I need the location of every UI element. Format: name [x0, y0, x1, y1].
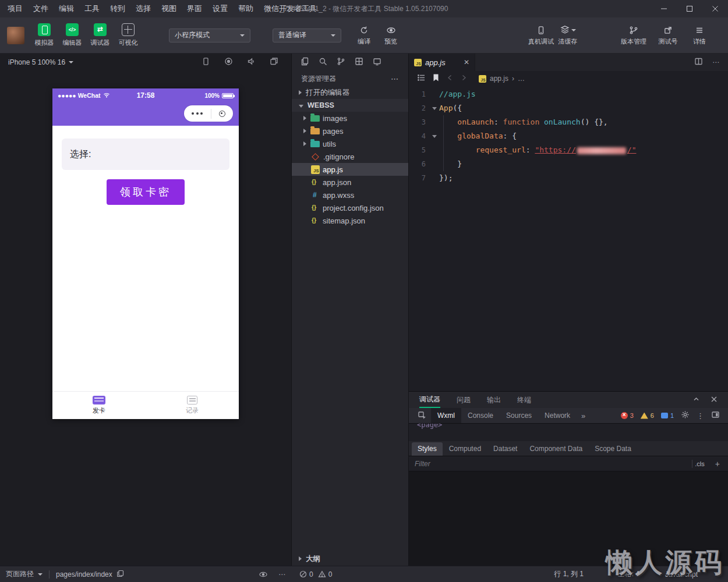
claim-card-button[interactable]: 领取卡密: [107, 179, 185, 205]
more-options-icon[interactable]: ⋯: [712, 58, 720, 66]
minimize-button[interactable]: [651, 0, 677, 17]
outline-list-icon[interactable]: [417, 73, 426, 84]
close-button[interactable]: [702, 0, 728, 17]
record-icon[interactable]: [224, 57, 233, 68]
speaker-icon[interactable]: [247, 57, 256, 68]
multi-window-icon[interactable]: [270, 57, 278, 68]
navigate-back-icon[interactable]: [446, 74, 454, 83]
menu-help[interactable]: 帮助: [233, 0, 259, 17]
file-project-config[interactable]: project.config.json: [292, 201, 408, 214]
folder-pages[interactable]: pages: [292, 125, 408, 137]
file-sitemap[interactable]: sitemap.json: [292, 214, 408, 227]
menu-interface[interactable]: 界面: [182, 0, 207, 17]
tab-output[interactable]: 输出: [487, 392, 501, 408]
devtools-tab-console[interactable]: Console: [461, 408, 500, 423]
editor-tab-app-js[interactable]: app.js ✕: [409, 54, 475, 71]
file-app-js[interactable]: app.js: [292, 163, 408, 176]
project-root[interactable]: WEBSS: [292, 99, 408, 112]
add-style-button[interactable]: +: [713, 459, 722, 469]
bookmark-icon[interactable]: [432, 73, 440, 84]
dock-side-icon[interactable]: [711, 410, 720, 421]
eye-icon[interactable]: [259, 570, 268, 579]
layout-grid-icon[interactable]: [355, 57, 363, 68]
split-editor-icon[interactable]: [694, 57, 703, 68]
preview-button[interactable]: 预览: [377, 25, 404, 46]
simulator-toggle-button[interactable]: 模拟器: [30, 23, 58, 47]
more-options-icon[interactable]: ⋮: [697, 411, 704, 420]
device-selector[interactable]: iPhone 5 100% 16: [8, 58, 65, 66]
copy-icon[interactable]: [116, 570, 124, 579]
tabs-overflow-button[interactable]: »: [577, 408, 590, 423]
fold-toggle[interactable]: [430, 129, 439, 143]
test-account-button[interactable]: 测试号: [655, 25, 681, 46]
debugger-toggle-button[interactable]: 调试器: [86, 23, 114, 47]
mode-select[interactable]: 小程序模式: [169, 29, 250, 42]
search-icon[interactable]: [319, 57, 327, 68]
wxml-tree[interactable]: <page>: [409, 424, 728, 441]
menu-edit[interactable]: 编辑: [54, 0, 79, 17]
page-path-selector[interactable]: 页面路径: [6, 569, 34, 579]
indentation-setting[interactable]: 空格: 4: [618, 569, 639, 579]
tab-problems[interactable]: 问题: [457, 392, 471, 408]
inspect-element-icon[interactable]: [414, 408, 431, 423]
maximize-button[interactable]: [677, 0, 702, 17]
devtools-tab-wxml[interactable]: Wxml: [431, 408, 461, 423]
device-debug-button[interactable]: 真机调试: [528, 25, 554, 46]
menu-file[interactable]: 文件: [28, 0, 54, 17]
devtools-tab-sources[interactable]: Sources: [500, 408, 538, 423]
code-editor[interactable]: 1 //app.js 2 App({ 3 onLaunch: function …: [409, 86, 728, 391]
more-options-icon[interactable]: ⋯: [278, 570, 286, 579]
collapse-panel-icon[interactable]: [692, 395, 700, 404]
miniapp-capsule[interactable]: [184, 105, 233, 122]
panel-tab-styles[interactable]: Styles: [412, 442, 443, 456]
tab-debugger[interactable]: 调试器: [419, 392, 440, 408]
user-avatar[interactable]: [7, 27, 24, 44]
rotate-device-icon[interactable]: [202, 57, 210, 68]
language-mode[interactable]: JavaScript: [665, 570, 698, 579]
open-editors-section[interactable]: 打开的编辑器: [292, 86, 408, 99]
panel-tab-computed[interactable]: Computed: [443, 442, 487, 456]
devtools-tab-network[interactable]: Network: [538, 408, 577, 423]
warning-count-badge[interactable]: 6: [641, 412, 654, 419]
picker-field[interactable]: 选择:: [62, 139, 229, 170]
file-app-json[interactable]: app.json: [292, 176, 408, 189]
version-manage-button[interactable]: 版本管理: [617, 25, 650, 46]
visualizer-toggle-button[interactable]: 可视化: [114, 23, 142, 47]
menu-goto[interactable]: 转到: [105, 0, 130, 17]
settings-gear-icon[interactable]: [681, 410, 690, 421]
folder-utils[interactable]: utils: [292, 137, 408, 150]
compile-button[interactable]: 编译: [351, 25, 377, 46]
close-panel-icon[interactable]: [711, 396, 718, 404]
compile-mode-select[interactable]: 普通编译: [273, 29, 341, 42]
folder-images[interactable]: images: [292, 112, 408, 125]
navigate-forward-icon[interactable]: [460, 74, 468, 83]
menu-project[interactable]: 项目: [2, 0, 28, 17]
message-count-badge[interactable]: 1: [661, 412, 674, 419]
clear-cache-button[interactable]: 清缓存: [554, 25, 581, 46]
menu-view[interactable]: 视图: [156, 0, 182, 17]
device-preview-icon[interactable]: [373, 57, 381, 68]
error-count-badge[interactable]: 3: [621, 412, 634, 419]
menu-tools[interactable]: 工具: [79, 0, 105, 17]
outline-section[interactable]: 大纲: [292, 552, 408, 566]
more-options-icon[interactable]: ⋯: [391, 74, 399, 83]
git-branch-icon[interactable]: [337, 57, 345, 68]
cursor-position[interactable]: 行 1, 列 1: [554, 569, 584, 579]
close-circle-icon[interactable]: [219, 111, 225, 117]
phone-simulator[interactable]: ●●●●● WeChat 17:58 100%: [52, 88, 239, 419]
tab-records[interactable]: 记录: [146, 392, 239, 419]
menu-settings[interactable]: 设置: [207, 0, 233, 17]
breadcrumb[interactable]: app.js › …: [479, 74, 525, 83]
panel-tab-component-data[interactable]: Component Data: [524, 442, 588, 456]
tab-card-issue[interactable]: 发卡: [52, 392, 146, 419]
files-icon[interactable]: [301, 57, 309, 68]
tab-terminal[interactable]: 终端: [517, 392, 531, 408]
fold-toggle[interactable]: [430, 101, 439, 115]
filter-input[interactable]: [415, 460, 686, 468]
panel-tab-dataset[interactable]: Dataset: [487, 442, 523, 456]
cls-toggle-button[interactable]: .cls: [692, 460, 707, 468]
problems-status[interactable]: 0 0: [299, 570, 332, 579]
editor-toggle-button[interactable]: 编辑器: [58, 23, 86, 47]
file-gitignore[interactable]: .gitignore: [292, 150, 408, 163]
menu-select[interactable]: 选择: [130, 0, 156, 17]
